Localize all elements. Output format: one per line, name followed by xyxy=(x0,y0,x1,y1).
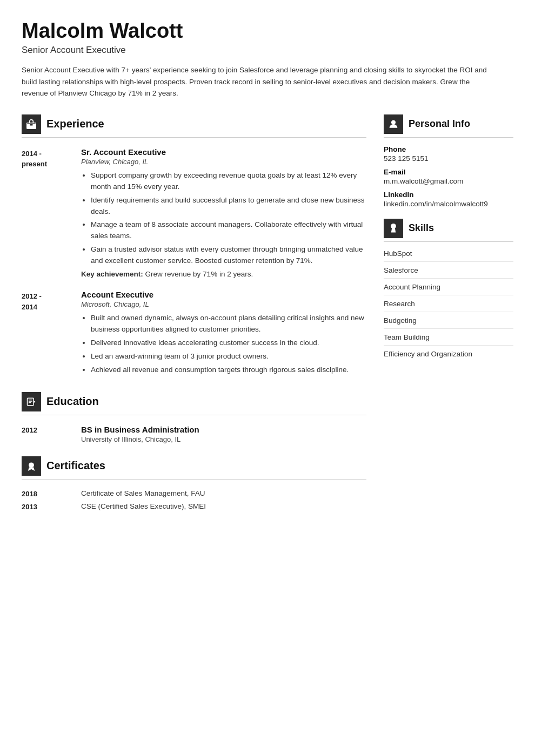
phone-label: Phone xyxy=(384,145,513,153)
personal-info-title: Personal Info xyxy=(409,118,470,130)
skills-section: Skills HubSpot Salesforce Account Planni… xyxy=(384,219,513,362)
header: Malcolm Walcott Senior Account Executive… xyxy=(22,19,513,99)
education-icon xyxy=(22,392,41,411)
exp-bullet-1-3: Manage a team of 8 associate account man… xyxy=(91,219,366,242)
experience-entry-2: 2012 -2014 Account Executive Microsoft, … xyxy=(22,290,366,379)
exp-date-1: 2014 -present xyxy=(22,147,81,278)
exp-bullet-1-2: Identify requirements and build successf… xyxy=(91,195,366,218)
exp-bullet-2-3: Led an award-winning team of 3 junior pr… xyxy=(91,351,366,362)
skill-budgeting: Budgeting xyxy=(384,316,513,329)
linkedin-label: LinkedIn xyxy=(384,191,513,199)
svg-rect-4 xyxy=(28,398,34,405)
exp-company-2: Microsoft, Chicago, IL xyxy=(81,300,366,308)
edu-school-1: University of Illinois, Chicago, IL xyxy=(81,435,366,443)
cert-date-1: 2018 xyxy=(22,489,81,498)
skills-title: Skills xyxy=(409,222,434,234)
exp-bullet-2-1: Built and owned dynamic, always on-accou… xyxy=(91,313,366,335)
candidate-title: Senior Account Executive xyxy=(22,45,513,56)
email-value: m.m.walcott@gmail.com xyxy=(384,177,513,185)
phone-value: 523 125 5151 xyxy=(384,154,513,163)
candidate-summary: Senior Account Executive with 7+ years' … xyxy=(22,64,492,99)
exp-bullets-2: Built and owned dynamic, always on-accou… xyxy=(81,313,366,376)
certificates-title: Certificates xyxy=(46,460,105,472)
exp-company-1: Planview, Chicago, IL xyxy=(81,158,366,166)
exp-jobtitle-1: Sr. Account Executive xyxy=(81,147,366,157)
education-section: Education 2012 BS in Business Administra… xyxy=(22,392,366,443)
right-column: Personal Info Phone 523 125 5151 E-mail … xyxy=(384,114,513,373)
exp-achievement-1: Key achievement: Grew revenue by 71% in … xyxy=(81,270,366,278)
main-content: Experience 2014 -present Sr. Account Exe… xyxy=(22,114,513,524)
certificates-header: Certificates xyxy=(22,456,366,476)
education-header: Education xyxy=(22,392,366,411)
experience-entry-1: 2014 -present Sr. Account Executive Plan… xyxy=(22,147,366,278)
skills-header: Skills xyxy=(384,219,513,238)
experience-header: Experience xyxy=(22,114,366,134)
left-column: Experience 2014 -present Sr. Account Exe… xyxy=(22,114,366,524)
education-title: Education xyxy=(46,395,99,408)
candidate-name: Malcolm Walcott xyxy=(22,19,513,43)
edu-degree-1: BS in Business Administration xyxy=(81,425,366,434)
exp-jobtitle-2: Account Executive xyxy=(81,290,366,299)
cert-name-2: CSE (Certified Sales Executive), SMEI xyxy=(81,502,366,511)
svg-point-10 xyxy=(392,120,396,124)
edu-date-1: 2012 xyxy=(22,425,81,443)
exp-bullet-1-4: Gain a trusted advisor status with every… xyxy=(91,244,366,267)
skill-research: Research xyxy=(384,300,513,312)
svg-point-9 xyxy=(29,463,34,467)
personal-info-header: Personal Info xyxy=(384,114,513,134)
skill-salesforce: Salesforce xyxy=(384,266,513,279)
svg-rect-3 xyxy=(30,124,33,126)
certificates-icon xyxy=(22,456,41,476)
exp-bullet-2-2: Delivered innovative ideas accelerating … xyxy=(91,338,366,349)
exp-content-1: Sr. Account Executive Planview, Chicago,… xyxy=(81,147,366,278)
cert-date-2: 2013 xyxy=(22,502,81,511)
exp-content-2: Account Executive Microsoft, Chicago, IL… xyxy=(81,290,366,379)
experience-section: Experience 2014 -present Sr. Account Exe… xyxy=(22,114,366,379)
cert-entry-2: 2013 CSE (Certified Sales Executive), SM… xyxy=(22,502,366,511)
exp-bullets-1: Support company growth by exceeding reve… xyxy=(81,170,366,267)
personal-info-section: Personal Info Phone 523 125 5151 E-mail … xyxy=(384,114,513,208)
edu-content-1: BS in Business Administration University… xyxy=(81,425,366,443)
exp-bullet-2-4: Achieved all revenue and consumption tar… xyxy=(91,364,366,376)
skill-account-planning: Account Planning xyxy=(384,283,513,295)
skills-icon xyxy=(384,219,403,238)
email-label: E-mail xyxy=(384,168,513,176)
skill-team-building: Team Building xyxy=(384,333,513,346)
experience-icon xyxy=(22,114,41,134)
skill-hubspot: HubSpot xyxy=(384,249,513,262)
svg-marker-8 xyxy=(34,400,35,403)
certificates-section: Certificates 2018 Certificate of Sales M… xyxy=(22,456,366,511)
cert-entry-1: 2018 Certificate of Sales Management, FA… xyxy=(22,489,366,498)
experience-title: Experience xyxy=(46,118,104,130)
exp-bullet-1-1: Support company growth by exceeding reve… xyxy=(91,170,366,193)
education-entry-1: 2012 BS in Business Administration Unive… xyxy=(22,425,366,443)
cert-name-1: Certificate of Sales Management, FAU xyxy=(81,489,366,498)
linkedin-value: linkedin.com/in/malcolmwalcott9 xyxy=(384,200,513,208)
skill-efficiency: Efficiency and Organization xyxy=(384,350,513,362)
exp-date-2: 2012 -2014 xyxy=(22,290,81,379)
personal-info-icon xyxy=(384,114,403,134)
